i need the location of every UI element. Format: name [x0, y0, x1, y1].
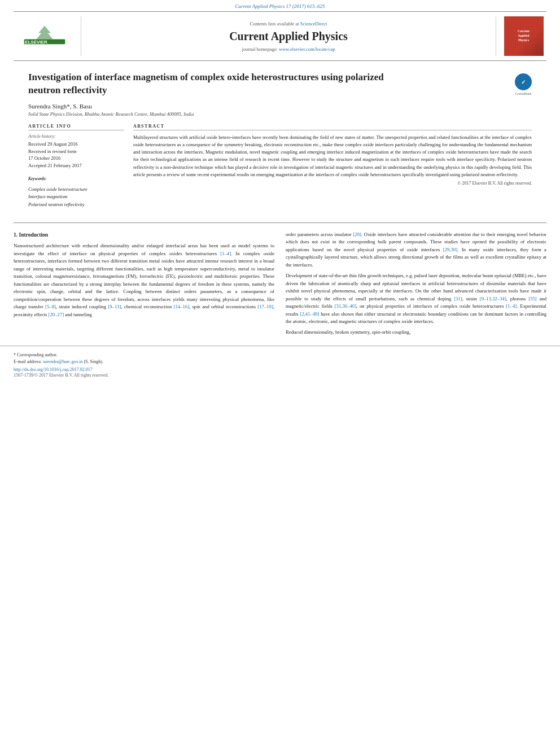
email-link[interactable]: surendra@barc.gov.in [43, 359, 82, 364]
keywords-section: Keywords: Complex oxide heterostructure … [28, 176, 124, 209]
abstract-text: Multilayered structures with artificial … [133, 134, 532, 178]
article-main: ✓ CrossMark Investigation of interface m… [0, 61, 560, 215]
journal-homepage: journal homepage: www.elsevier.com/locat… [242, 46, 335, 52]
ref-35[interactable]: [35] [528, 296, 536, 302]
svg-text:ELSEVIER: ELSEVIER [25, 40, 47, 45]
doi-link[interactable]: http://dx.doi.org/10.1016/j.cap.2017.02.… [14, 367, 546, 372]
journal-thumb: Current Applied Physics [504, 16, 544, 56]
elsevier-logo-area: ELSEVIER [14, 16, 81, 56]
abstract-heading: ABSTRACT [133, 124, 532, 130]
ref-17-19[interactable]: [17–19] [257, 304, 273, 309]
ref-31[interactable]: [31] [454, 296, 462, 302]
intro-paragraph-3: Development of state-of-the-art thin fil… [286, 272, 546, 325]
crossmark-icon: ✓ [521, 79, 526, 85]
coupling-word: coupling, [392, 329, 411, 335]
abstract-panel: ABSTRACT Multilayered structures with ar… [133, 124, 532, 209]
article-info-abstract-row: ARTICLE INFO Article history: Received 2… [28, 124, 532, 209]
article-info-panel: ARTICLE INFO Article history: Received 2… [28, 124, 124, 209]
crossmark-badge[interactable]: ✓ CrossMark [515, 73, 532, 95]
article-title: Investigation of interface magnetism of … [28, 71, 412, 97]
ref-20-27[interactable]: [20–27] [49, 312, 64, 317]
revised-label: Received in revised form [28, 148, 124, 155]
journal-citation: Current Applied Physics 17 (2017) 615–62… [0, 0, 560, 11]
copyright-line: © 2017 Elsevier B.V. All rights reserved… [133, 181, 532, 186]
ref-1-4b[interactable]: [1–4] [506, 303, 517, 309]
ref-5-8[interactable]: [5–8] [45, 304, 56, 309]
accepted-date: Accepted 21 February 2017 [28, 162, 124, 169]
footnote-corresponding: * Corresponding author. [14, 352, 546, 359]
introduction-heading: 1. Introduction [14, 231, 274, 239]
sciencedirect-label: Contents lists available at ScienceDirec… [250, 21, 327, 27]
ref-2-41-49[interactable]: [2,41–49] [300, 311, 319, 317]
keyword-2: Interface magnetism [28, 193, 124, 201]
ref-1-4[interactable]: [1–4] [220, 251, 231, 256]
revised-date: 17 October 2016 [28, 155, 124, 162]
body-column-left: 1. Introduction Nanostructured architect… [14, 231, 274, 340]
ref-28[interactable]: [28] [353, 231, 361, 237]
received-date: Received 29 August 2016 [28, 141, 124, 148]
journal-title: Current Applied Physics [229, 30, 348, 43]
keyword-3: Polarized neutron reflectivity [28, 201, 124, 209]
svg-marker-2 [36, 25, 53, 39]
body-column-right: order parameters across insulator [28]. … [286, 231, 546, 340]
article-info-heading: ARTICLE INFO [28, 124, 124, 130]
journal-thumbnail-area: Current Applied Physics [496, 16, 546, 56]
intro-paragraph-2: order parameters across insulator [28]. … [286, 231, 546, 269]
ref-31-36-40[interactable]: [31,36–40] [335, 303, 356, 309]
thumb-title: Current Applied Physics [518, 29, 530, 42]
ref-14-16[interactable]: [14–16] [174, 304, 190, 309]
authors: Surendra Singh*, S. Basu [28, 103, 532, 110]
keywords-label: Keywords: [28, 176, 124, 182]
two-column-body: 1. Introduction Nanostructured architect… [0, 231, 560, 340]
crossmark-label: CrossMark [515, 91, 532, 95]
ref-29-30[interactable]: [29,30] [443, 247, 457, 252]
journal-title-area: Contents lists available at ScienceDirec… [81, 16, 496, 56]
ref-9-13[interactable]: [9–13] [108, 304, 121, 309]
elsevier-logo-icon: ELSEVIER [22, 25, 67, 47]
homepage-link[interactable]: www.elsevier.com/locate/cap [279, 46, 335, 52]
sciencedirect-link[interactable]: ScienceDirect [300, 21, 327, 27]
intro-paragraph-1: Nanostructured architecture with reduced… [14, 242, 274, 318]
journal-banner: ELSEVIER Contents lists available at Sci… [14, 11, 546, 61]
keyword-1: Complex oxide heterostructure [28, 186, 124, 194]
issn-text: 1567-1739/© 2017 Elsevier B.V. All right… [14, 373, 546, 378]
article-history-label: Article history: [28, 134, 124, 139]
ref-9-13-32-34[interactable]: [9–13,32–34] [480, 296, 506, 302]
footnote-area: * Corresponding author. E-mail address: … [0, 346, 560, 381]
footnote-email: E-mail address: surendra@barc.gov.in (S.… [14, 359, 546, 365]
intro-paragraph-4: Reduced dimensionality, broken symmetry,… [286, 329, 546, 336]
affiliation: Solid State Physics Division, Bhabha Ato… [28, 111, 532, 117]
section-divider [14, 222, 546, 223]
